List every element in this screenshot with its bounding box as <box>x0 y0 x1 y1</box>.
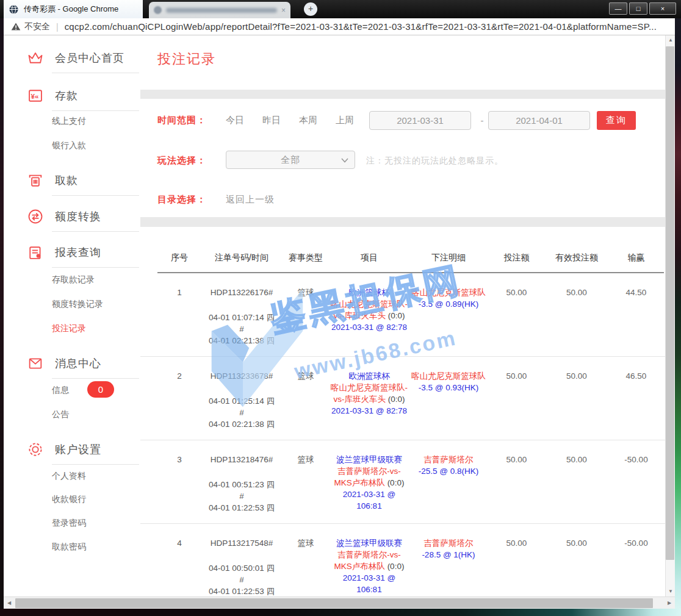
sidebar-item-transfer-records[interactable]: 额度转换记录 <box>52 299 103 310</box>
page-content: 会员中心首页 ¥« 存款 线上支付 银行入款 取款 <box>4 35 665 596</box>
sidebar-item-account-settings[interactable]: 账户设置 <box>27 441 101 458</box>
sidebar-item-messages[interactable]: 信息 <box>52 385 69 396</box>
main-panel: 投注记录 时间范围： 今日 昨日 本周 上周 - 查询 玩法选择： 全部 注：无… <box>140 35 665 596</box>
sidebar-item-payee-bank[interactable]: 收款银行 <box>52 494 86 505</box>
quick-range-today[interactable]: 今日 <box>222 115 248 126</box>
scroll-down-icon[interactable]: ▼ <box>666 587 676 596</box>
col-header-valid-amount: 有效投注额 <box>545 252 608 272</box>
sidebar-divider <box>52 110 139 111</box>
row-item: 欧洲篮球杯 喀山尤尼克斯篮球队-vs-库班火车头 (0:0) 2021-03-3… <box>330 370 409 430</box>
quick-range-yesterday[interactable]: 昨日 <box>258 115 285 126</box>
date-to-input[interactable] <box>488 111 590 130</box>
search-button[interactable]: 查询 <box>597 111 636 130</box>
sidebar-divider <box>52 464 139 465</box>
col-header-item: 项目 <box>330 252 409 272</box>
horizontal-scrollbar[interactable]: ◀ ▶ <box>4 596 675 609</box>
date-from-input[interactable] <box>369 111 471 130</box>
play-select-label: 玩法选择： <box>157 155 206 167</box>
row-order-time: HDP113233678# 04-01 01:25:14 四 # 04-01 0… <box>201 370 282 430</box>
window-border-left <box>0 18 4 609</box>
window-border-bottom <box>0 609 681 616</box>
scroll-left-icon[interactable]: ◀ <box>4 597 15 609</box>
sidebar-item-deposit[interactable]: ¥« 存款 <box>27 87 78 104</box>
section-divider-band <box>140 90 665 99</box>
window-title: 传奇彩票 - Google Chrome <box>24 4 118 15</box>
withdraw-atm-icon <box>27 172 44 189</box>
row-valid-amount: 50.00 <box>545 454 608 514</box>
sidebar-item-reports[interactable]: 报表查询 <box>27 244 101 261</box>
back-up-level-link[interactable]: 返回上一级 <box>226 194 275 206</box>
transfer-icon <box>27 208 44 225</box>
vertical-scrollbar-thumb[interactable] <box>666 46 674 560</box>
row-sport: 篮球 <box>282 537 330 596</box>
row-valid-amount: 50.00 <box>545 370 608 430</box>
message-count-badge: 0 <box>87 381 114 398</box>
section-divider-band <box>140 217 665 227</box>
table-header-row: 序号 注单号码/时间 赛事类型 项目 下注明细 投注额 有效投注额 输赢 <box>140 227 665 272</box>
window-titlebar: 传奇彩票 - Google Chrome × + — □ × <box>0 0 681 18</box>
col-header-seq: 序号 <box>157 252 201 272</box>
row-bet-detail: 吉普萨斯塔尔 -25.5 @ 0.8(HK) <box>409 454 488 514</box>
envelope-icon <box>27 355 44 372</box>
row-sport: 篮球 <box>282 454 330 514</box>
row-amount: 50.00 <box>488 454 545 514</box>
background-tab-favicon <box>154 6 162 14</box>
quick-range-last-week[interactable]: 上周 <box>331 115 358 126</box>
row-seq: 2 <box>157 370 201 430</box>
row-amount: 50.00 <box>488 287 545 346</box>
row-seq: 4 <box>157 537 201 596</box>
row-item: 波兰篮球甲级联赛 吉普萨斯塔尔-vs-MKS卢布林队 (0:0) 2021-03… <box>330 537 409 596</box>
sidebar-item-credit-transfer[interactable]: 额度转换 <box>27 208 101 225</box>
quick-range-this-week[interactable]: 本周 <box>295 115 322 126</box>
page-title: 投注记录 <box>157 50 216 68</box>
time-range-label: 时间范围： <box>157 115 206 126</box>
col-header-sport: 赛事类型 <box>282 252 330 272</box>
new-tab-icon: + <box>304 2 317 16</box>
scroll-right-icon[interactable]: ▶ <box>664 597 675 609</box>
minimize-button[interactable]: — <box>609 2 627 15</box>
play-select-dropdown[interactable]: 全部 <box>226 151 355 169</box>
row-bet-detail: 吉普萨斯塔尔 -28.5 @ 1(HK) <box>409 537 488 596</box>
sidebar-item-member-home[interactable]: 会员中心首页 <box>27 49 124 66</box>
sidebar-item-profile[interactable]: 个人资料 <box>52 471 86 482</box>
filter-panel: 时间范围： 今日 昨日 本周 上周 - 查询 玩法选择： 全部 注：无投注的玩法… <box>140 99 665 217</box>
row-winloss: -50.00 <box>608 454 664 514</box>
table-row: 3 HDP113218476# 04-01 00:51:23 四 # 04-01… <box>140 440 665 524</box>
crown-icon <box>27 49 44 66</box>
table-row: 1 HDP113226176# 04-01 01:07:14 四 # 04-01… <box>140 273 665 357</box>
page-url[interactable]: cqcp2.com/chuanQiCPLoginWeb/app/reportDe… <box>65 21 657 32</box>
col-header-winloss: 输赢 <box>608 252 664 272</box>
sidebar-divider <box>52 378 139 379</box>
row-winloss: 46.50 <box>608 370 664 430</box>
table-row: 2 HDP113233678# 04-01 01:25:14 四 # 04-01… <box>140 357 665 440</box>
sidebar-item-bank-deposit[interactable]: 银行入款 <box>52 140 86 151</box>
row-amount: 50.00 <box>488 370 545 430</box>
url-separator: | <box>56 22 59 32</box>
sidebar-divider <box>52 267 139 268</box>
horizontal-scrollbar-thumb[interactable] <box>15 598 653 608</box>
close-button[interactable]: × <box>649 2 676 15</box>
gear-icon <box>27 441 44 458</box>
maximize-button[interactable]: □ <box>629 2 647 15</box>
sidebar-item-bet-records[interactable]: 投注记录 <box>52 323 86 334</box>
sidebar-divider <box>52 231 139 232</box>
sidebar-item-withdraw[interactable]: 取款 <box>27 172 78 189</box>
address-bar[interactable]: 不安全 | cqcp2.com/chuanQiCPLoginWeb/app/re… <box>4 18 677 35</box>
row-order-time: HDP113217548# 04-01 00:50:01 四 # 04-01 0… <box>201 537 282 596</box>
scroll-up-icon[interactable]: ▲ <box>666 35 676 45</box>
row-winloss: 44.50 <box>608 287 664 346</box>
background-tab-title-blur <box>166 8 277 13</box>
date-range-dash: - <box>477 115 487 126</box>
sidebar-item-login-password[interactable]: 登录密码 <box>52 518 86 529</box>
sidebar-item-withdraw-password[interactable]: 取款密码 <box>52 542 86 553</box>
background-tab: × <box>149 2 290 18</box>
background-tab-close-icon: × <box>281 6 286 15</box>
sidebar-item-message-center[interactable]: 消息中心 <box>27 355 101 372</box>
sidebar-item-online-pay[interactable]: 线上支付 <box>52 116 86 127</box>
sidebar-item-announcements[interactable]: 公告 <box>52 409 69 420</box>
sidebar-item-deposit-withdraw-records[interactable]: 存取款记录 <box>52 274 95 285</box>
row-amount: 50.00 <box>488 537 545 596</box>
row-bet-detail: 喀山尤尼克斯篮球队 -3.5 @ 0.93(HK) <box>409 370 488 430</box>
directory-select-label: 目录选择： <box>157 194 206 206</box>
row-bet-detail: 喀山尤尼克斯篮球队 -3.5 @ 0.89(HK) <box>409 287 488 346</box>
